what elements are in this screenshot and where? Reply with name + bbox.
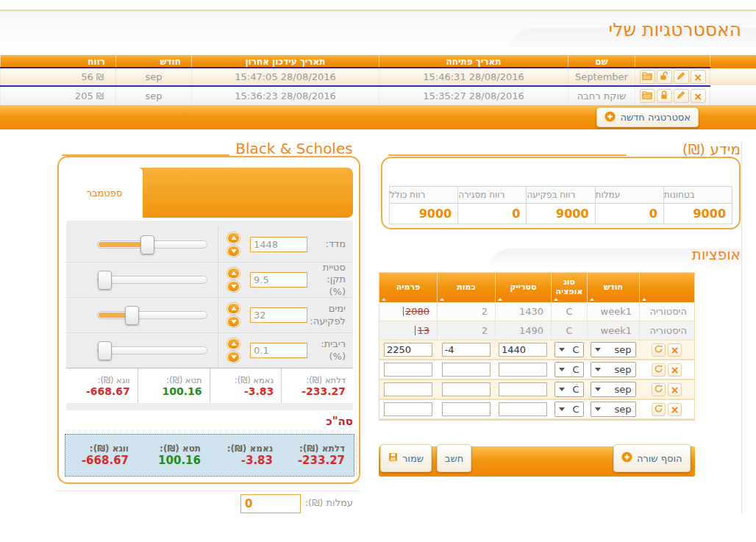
refresh-row-button[interactable] (652, 363, 666, 377)
bs-panel-title: Black & Scholes (228, 140, 360, 157)
options-header-premium[interactable]: פרמיה (379, 273, 437, 302)
commission-input[interactable] (240, 494, 301, 513)
arrow-down-icon (231, 285, 237, 288)
options-header-strike[interactable]: סטרייק (495, 273, 551, 302)
lock-strategy-button[interactable] (657, 89, 672, 103)
interest-step-up-button[interactable] (227, 338, 240, 349)
close-icon: × (671, 365, 680, 375)
quantity-input[interactable] (442, 382, 491, 396)
delete-strategy-button[interactable]: × (691, 70, 706, 84)
option-type-select[interactable]: C (554, 382, 584, 397)
strike-input[interactable] (499, 343, 547, 357)
days-step-up-button[interactable] (227, 303, 240, 314)
refresh-row-button[interactable] (652, 343, 666, 357)
lock-icon (660, 90, 668, 102)
close-icon: × (671, 404, 680, 415)
delete-strategy-button[interactable]: × (691, 89, 706, 103)
option-type-select[interactable]: C (554, 342, 584, 357)
index-label: מדד: (307, 238, 353, 250)
plus-icon (605, 111, 616, 124)
new-strategy-button[interactable]: אסטרטגיה חדשה (596, 107, 699, 127)
days-step-down-button[interactable] (227, 316, 240, 327)
chevron-down-icon (595, 388, 601, 391)
interest-input[interactable] (250, 343, 307, 358)
strategy-row-shoket[interactable]: 205 ₪ sep 15:36:23 28/08/2016 15:35:27 2… (0, 87, 756, 105)
delete-row-button[interactable]: × (668, 363, 682, 377)
info-value-total-profit: 9000 (390, 204, 457, 224)
gamma-total-value: -3.83 (241, 454, 273, 467)
strike-input[interactable] (499, 402, 547, 416)
strike-input[interactable] (499, 363, 547, 377)
info-header-expiry-profit: רווח בפקיעה (526, 187, 594, 203)
vega-total-label: ווגא (₪): (90, 443, 129, 454)
bs-tab-bar: ספטמבר (66, 168, 353, 218)
edit-strategy-button[interactable] (674, 70, 689, 84)
index-step-down-button[interactable] (227, 246, 240, 257)
tab-september[interactable]: ספטמבר (66, 168, 143, 218)
options-header-qty[interactable]: כמות (437, 273, 495, 302)
options-header-type[interactable]: סוג אופציה (551, 273, 587, 302)
info-header-close-profit: רווח מסגירה (457, 187, 526, 203)
chevron-down-icon (595, 368, 601, 371)
strategy-open-date: 15:35:27 28/08/2016 (379, 87, 568, 105)
slider-thumb[interactable] (98, 271, 112, 290)
strategy-last-update: 15:47:05 28/08/2016 (191, 68, 379, 85)
add-row-button[interactable]: הוסף שורה (613, 444, 691, 472)
save-button[interactable]: שמור (380, 444, 432, 472)
interest-step-down-button[interactable] (227, 352, 240, 363)
quantity-input[interactable] (442, 343, 491, 357)
refresh-row-button[interactable] (652, 403, 666, 416)
slider-thumb[interactable] (125, 306, 139, 325)
slider-thumb[interactable] (98, 341, 112, 360)
info-panel-title: מידע (₪) (682, 140, 741, 158)
history-label: היסטוריה (639, 321, 694, 340)
option-type-select[interactable]: C (554, 402, 584, 417)
refresh-icon (654, 382, 663, 396)
month-select[interactable]: sep (591, 342, 636, 357)
index-step-up-button[interactable] (227, 232, 240, 243)
strike-input[interactable] (499, 382, 547, 396)
refresh-row-button[interactable] (652, 383, 666, 396)
premium-input[interactable] (384, 343, 432, 357)
stddev-slider[interactable] (97, 276, 207, 284)
index-slider[interactable] (97, 240, 207, 249)
strategy-row-september[interactable]: 56 ₪ sep 15:47:05 28/08/2016 15:46:31 28… (0, 68, 756, 85)
premium-input[interactable] (384, 363, 432, 377)
calculate-button[interactable]: חשב (437, 444, 471, 472)
month-select[interactable]: sep (591, 362, 636, 377)
days-slider[interactable] (97, 311, 207, 319)
open-strategy-button[interactable] (640, 89, 655, 103)
stddev-step-down-button[interactable] (227, 281, 240, 292)
delta-total-value: -233.27 (298, 454, 345, 467)
delete-row-button[interactable]: × (668, 343, 682, 357)
slider-thumb[interactable] (140, 235, 154, 254)
premium-input[interactable] (384, 402, 432, 416)
options-header-month[interactable]: חודש (587, 273, 639, 302)
info-header-commissions: עמלות (595, 187, 663, 203)
arrow-down-icon (231, 355, 237, 359)
days-input[interactable] (250, 307, 307, 323)
index-input[interactable] (250, 237, 307, 252)
strategy-name: September (568, 68, 635, 85)
delete-row-button[interactable]: × (668, 383, 682, 396)
theta-value: 100.16 (162, 385, 202, 397)
delete-row-button[interactable]: × (668, 403, 682, 416)
strategy-month: sep (115, 68, 191, 85)
history-label: היסטוריה (639, 302, 694, 321)
quantity-input[interactable] (442, 363, 491, 377)
month-select[interactable]: sep (591, 382, 636, 397)
info-table: רווח כולל רווח מסגירה רווח בפקיעה עמלות … (389, 186, 732, 224)
premium-input[interactable] (384, 382, 432, 396)
pencil-icon (677, 90, 685, 101)
stddev-input[interactable] (250, 272, 307, 288)
interest-slider[interactable] (97, 346, 207, 354)
open-strategy-button[interactable] (640, 70, 655, 84)
edit-strategy-button[interactable] (674, 89, 689, 103)
month-select[interactable]: sep (591, 402, 636, 417)
stddev-step-up-button[interactable] (227, 268, 240, 279)
arrow-up-icon (231, 271, 237, 275)
info-header-total-profit: רווח כולל (390, 187, 457, 203)
unlock-strategy-button[interactable] (657, 70, 672, 84)
option-type-select[interactable]: C (554, 362, 584, 377)
quantity-input[interactable] (442, 402, 491, 416)
